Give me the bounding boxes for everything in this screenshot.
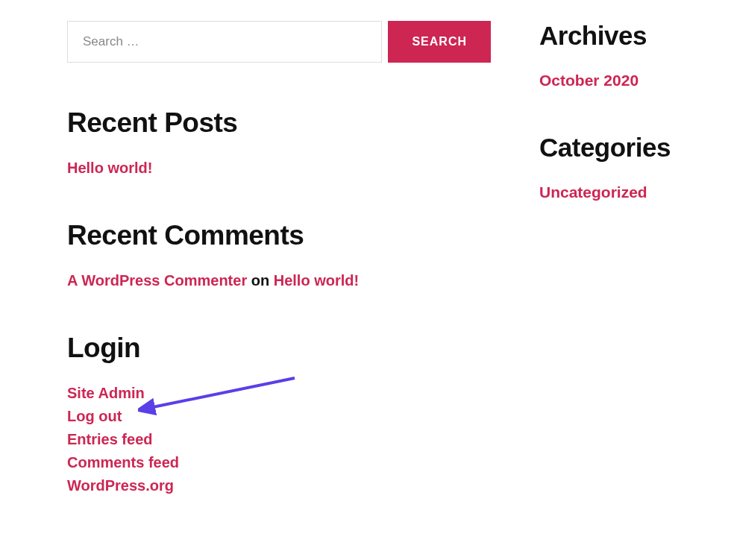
recent-posts-widget: Recent Posts Hello world!	[67, 107, 491, 177]
recent-post-link[interactable]: Hello world!	[67, 160, 491, 177]
comment-author-link[interactable]: A WordPress Commenter	[67, 272, 247, 289]
login-wordpress-org-link[interactable]: WordPress.org	[67, 477, 174, 494]
categories-widget: Categories Uncategorized	[539, 133, 671, 201]
login-widget: Login Site Admin Log out Entries feed Co…	[67, 333, 491, 494]
recent-comment-entry: A WordPress Commenter on Hello world!	[67, 272, 491, 289]
search-button[interactable]: SEARCH	[388, 21, 491, 63]
comment-post-link[interactable]: Hello world!	[274, 272, 359, 289]
recent-posts-heading: Recent Posts	[67, 107, 491, 139]
archives-widget: Archives October 2020	[539, 21, 671, 89]
login-heading: Login	[67, 333, 491, 364]
login-logout-link[interactable]: Log out	[67, 408, 122, 424]
recent-comments-heading: Recent Comments	[67, 220, 491, 251]
archive-link[interactable]: October 2020	[539, 72, 671, 89]
comment-on-text: on	[251, 272, 269, 289]
login-comments-feed-link[interactable]: Comments feed	[67, 454, 179, 471]
categories-heading: Categories	[539, 133, 671, 163]
archives-heading: Archives	[539, 21, 671, 51]
recent-comments-widget: Recent Comments A WordPress Commenter on…	[67, 220, 491, 289]
search-input[interactable]	[67, 21, 382, 63]
category-link[interactable]: Uncategorized	[539, 183, 671, 201]
search-form: SEARCH	[67, 21, 491, 63]
login-entries-feed-link[interactable]: Entries feed	[67, 431, 152, 447]
login-site-admin-link[interactable]: Site Admin	[67, 385, 145, 401]
